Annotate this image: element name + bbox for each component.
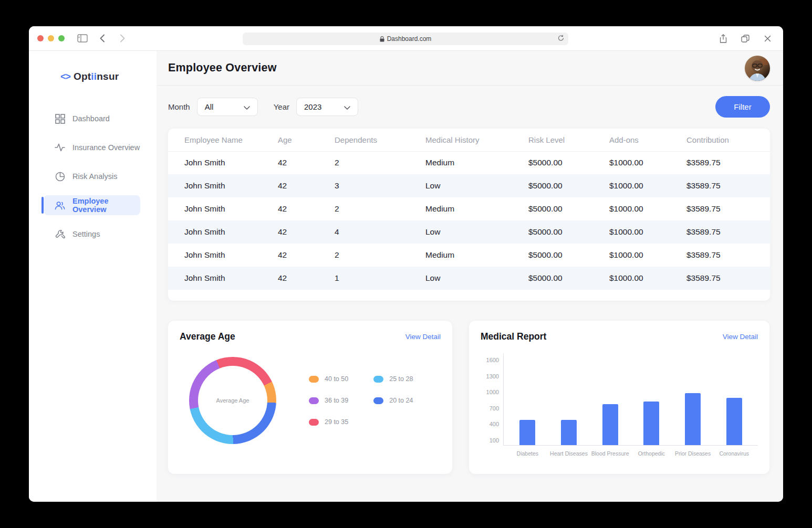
filter-button[interactable]: Filter bbox=[715, 96, 770, 118]
legend-item: 36 to 39 bbox=[309, 397, 348, 404]
address-url: Dashboard.com bbox=[387, 35, 432, 43]
share-icon[interactable] bbox=[717, 32, 730, 45]
table-cell: John Smith bbox=[168, 220, 278, 244]
table-cell: 42 bbox=[278, 174, 335, 197]
bar-chart-y-axis: 100400700100013001600 bbox=[481, 354, 503, 446]
tabs-icon[interactable] bbox=[739, 32, 752, 45]
sidebar-item-risk-analysis[interactable]: Risk Analysis bbox=[44, 166, 140, 186]
table-cell: John Smith bbox=[168, 244, 278, 267]
table-body: John Smith422Medium$5000.00$1000.00$3589… bbox=[168, 151, 770, 290]
sidebar-item-employee-overview[interactable]: Employee Overview bbox=[44, 195, 140, 215]
table-cell: $5000.00 bbox=[528, 151, 609, 174]
sidebar-item-label: Insurance Overview bbox=[72, 143, 140, 152]
month-select[interactable]: All bbox=[197, 98, 258, 116]
sidebar-item-dashboard[interactable]: Dashboard bbox=[44, 109, 140, 129]
legend-label: 40 to 50 bbox=[325, 375, 348, 383]
x-axis-category-label: Diabetes bbox=[517, 450, 538, 457]
reload-icon[interactable] bbox=[558, 35, 564, 43]
table-row[interactable]: John Smith422Medium$5000.00$1000.00$3589… bbox=[168, 151, 770, 174]
sidebar-item-label: Risk Analysis bbox=[72, 172, 117, 181]
employee-table-card: Employee NameAgeDependentsMedical Histor… bbox=[168, 129, 770, 301]
table-row[interactable]: John Smith423Low$5000.00$1000.00$3589.75 bbox=[168, 174, 770, 197]
table-cell: Medium bbox=[425, 197, 528, 220]
average-age-title: Average Age bbox=[180, 331, 235, 342]
legend-label: 36 to 39 bbox=[325, 397, 348, 404]
year-value: 2023 bbox=[304, 102, 321, 111]
table-row[interactable]: John Smith421Low$5000.00$1000.00$3589.75 bbox=[168, 267, 770, 290]
medical-report-view-detail-link[interactable]: View Detail bbox=[723, 333, 758, 341]
table-cell: $5000.00 bbox=[528, 174, 609, 197]
sidebar-item-settings[interactable]: Settings bbox=[44, 224, 140, 244]
close-icon[interactable] bbox=[761, 32, 774, 45]
table-cell: 42 bbox=[278, 197, 335, 220]
year-label: Year bbox=[274, 102, 289, 111]
app-logo: <> Optiinsur bbox=[29, 51, 157, 82]
y-axis-tick-label: 1600 bbox=[486, 357, 499, 363]
x-axis-category-label: Blood Pressure bbox=[591, 450, 629, 457]
table-cell: 2 bbox=[335, 197, 425, 220]
minimize-traffic-light[interactable] bbox=[48, 35, 54, 41]
close-traffic-light[interactable] bbox=[37, 35, 44, 41]
table-cell: $3589.75 bbox=[686, 220, 770, 244]
month-label: Month bbox=[168, 102, 190, 111]
table-cell: John Smith bbox=[168, 174, 278, 197]
bar-orthopedic[interactable] bbox=[643, 402, 659, 445]
bar-diabetes[interactable] bbox=[519, 420, 535, 445]
users-icon bbox=[55, 200, 65, 210]
legend-item: 29 to 35 bbox=[309, 418, 348, 426]
table-cell: $3589.75 bbox=[686, 197, 770, 220]
chevron-down-icon bbox=[344, 102, 350, 111]
year-select[interactable]: 2023 bbox=[296, 98, 358, 116]
legend-dot-icon bbox=[309, 397, 319, 404]
bar-slot: Heart Diseases bbox=[548, 354, 590, 445]
table-cell: 42 bbox=[278, 151, 335, 174]
table-cell: 42 bbox=[278, 267, 335, 290]
table-cell: $3589.75 bbox=[686, 244, 770, 267]
table-cell: Medium bbox=[425, 151, 528, 174]
table-cell: $5000.00 bbox=[528, 197, 609, 220]
forward-icon[interactable] bbox=[116, 32, 129, 45]
sidebar-item-insurance-overview[interactable]: Insurance Overview bbox=[44, 138, 140, 157]
table-cell: $1000.00 bbox=[609, 151, 686, 174]
user-avatar[interactable] bbox=[745, 56, 770, 81]
table-row[interactable]: John Smith424Low$5000.00$1000.00$3589.75 bbox=[168, 220, 770, 244]
medical-report-card: Medical Report View Detail 1004007001000… bbox=[469, 321, 769, 474]
back-icon[interactable] bbox=[96, 32, 109, 45]
legend-label: 29 to 35 bbox=[325, 418, 348, 426]
sidebar-toggle-icon[interactable] bbox=[76, 32, 89, 45]
average-age-donut-chart: Average Age bbox=[189, 357, 276, 444]
column-header: Dependents bbox=[335, 129, 425, 151]
table-row[interactable]: John Smith422Medium$5000.00$1000.00$3589… bbox=[168, 244, 770, 267]
column-header: Medical History bbox=[425, 129, 528, 151]
address-bar[interactable]: Dashboard.com bbox=[243, 33, 568, 45]
wrench-icon bbox=[55, 229, 65, 239]
table-header-row: Employee NameAgeDependentsMedical Histor… bbox=[168, 129, 770, 151]
y-axis-tick-label: 400 bbox=[490, 421, 499, 427]
zoom-traffic-light[interactable] bbox=[58, 35, 65, 41]
bar-slot: Coronavirus bbox=[713, 354, 755, 445]
legend-dot-icon bbox=[309, 376, 319, 383]
table-cell: $5000.00 bbox=[528, 244, 609, 267]
filter-row: Month All Year 2023 bbox=[168, 96, 770, 118]
table-cell: $1000.00 bbox=[609, 174, 686, 197]
donut-hole: Average Age bbox=[198, 366, 267, 435]
x-axis-category-label: Heart Diseases bbox=[550, 450, 588, 457]
table-row[interactable]: John Smith422Medium$5000.00$1000.00$3589… bbox=[168, 197, 770, 220]
legend-item: 20 to 24 bbox=[373, 397, 413, 404]
bar-blood-pressure[interactable] bbox=[602, 404, 618, 445]
bar-prior-diseases[interactable] bbox=[685, 393, 701, 445]
table-cell: $5000.00 bbox=[528, 220, 609, 244]
bar-heart-diseases[interactable] bbox=[561, 420, 577, 445]
average-age-view-detail-link[interactable]: View Detail bbox=[405, 333, 441, 341]
window-controls bbox=[37, 35, 65, 41]
logo-text: Optiinsur bbox=[74, 71, 119, 82]
y-axis-tick-label: 1300 bbox=[486, 373, 499, 379]
x-axis-category-label: Coronavirus bbox=[719, 450, 749, 457]
bar-coronavirus[interactable] bbox=[726, 398, 742, 445]
table-cell: John Smith bbox=[168, 267, 278, 290]
page-title: Employee Overview bbox=[168, 61, 277, 75]
legend-item: 25 to 28 bbox=[373, 375, 413, 383]
bar-slot: Orthopedic bbox=[631, 354, 672, 445]
legend-label: 25 to 28 bbox=[389, 375, 413, 383]
table-cell: $1000.00 bbox=[609, 267, 686, 290]
